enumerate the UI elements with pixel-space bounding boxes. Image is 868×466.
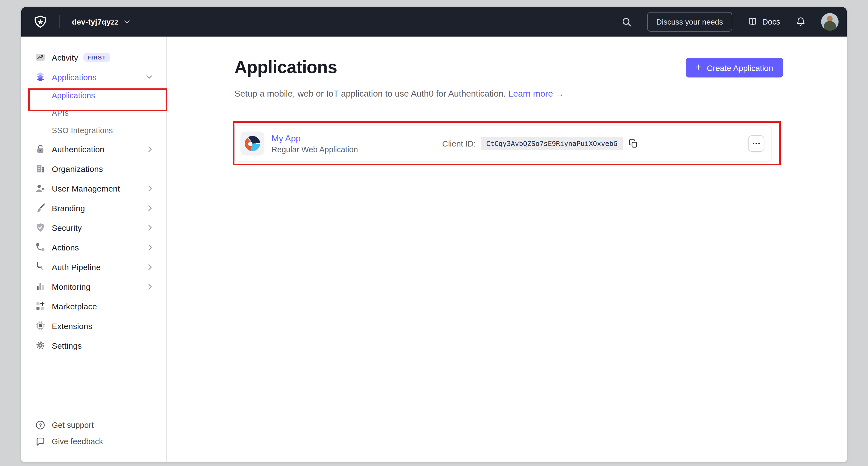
app-logo-container <box>241 132 265 155</box>
auth0-brand <box>33 14 48 29</box>
sidebar-item-label: Monitoring <box>52 282 91 291</box>
app-name-block: My App Regular Web Application <box>272 134 358 154</box>
sidebar-footer: ? Get support Give feedback <box>21 417 166 462</box>
sidebar-item-label: Branding <box>52 203 85 212</box>
sidebar-item-label: Marketplace <box>52 301 97 311</box>
sidebar-item-label: Security <box>52 223 82 232</box>
client-id-group: Client ID: CtCqy3AvbQZSo7sE9RiynaPuiXOxv… <box>442 137 638 150</box>
pipeline-icon <box>35 262 45 272</box>
chevron-right-icon <box>148 205 152 211</box>
app-logo-icon <box>245 136 260 151</box>
sidebar-item-label: User Management <box>52 184 120 193</box>
sidebar-item-label: Auth Pipeline <box>52 262 101 271</box>
sidebar-item-label: Authentication <box>52 144 104 154</box>
bell-icon <box>796 17 806 27</box>
chevron-right-icon <box>148 264 152 270</box>
lock-icon <box>35 144 45 154</box>
topbar: dev-tyj7qyzz Discuss your needs Docs <box>21 7 847 36</box>
client-id-value[interactable]: CtCqy3AvbQZSo7sE9RiynaPuiXOxvebG <box>480 137 623 150</box>
chevron-down-icon <box>146 75 152 79</box>
blocks-plus-icon <box>35 301 45 311</box>
arrow-right-icon: → <box>555 89 564 98</box>
sidebar-item-label: Organizations <box>52 164 103 173</box>
notifications-button[interactable] <box>796 17 806 27</box>
topbar-actions: Discuss your needs Docs <box>622 12 839 32</box>
app-type-label: Regular Web Application <box>272 145 358 154</box>
sidebar-item-actions[interactable]: Actions <box>21 237 166 257</box>
svg-text:?: ? <box>39 423 42 428</box>
sidebar-item-auth-pipeline[interactable]: Auth Pipeline <box>21 257 166 276</box>
tenant-switcher[interactable]: dev-tyj7qyzz <box>72 18 129 26</box>
sidebar-item-label: Extensions <box>52 321 92 330</box>
user-avatar[interactable] <box>821 13 839 31</box>
page-subtitle: Setup a mobile, web or IoT application t… <box>235 88 783 99</box>
sidebar-item-extensions[interactable]: Extensions <box>21 316 166 336</box>
sidebar-item-label: Actions <box>52 242 79 252</box>
search-icon <box>622 17 632 27</box>
sidebar: Activity FIRST Applications Applications <box>21 36 167 462</box>
sidebar-item-label: Activity <box>52 53 78 62</box>
bar-chart-icon <box>35 282 45 291</box>
plus-icon: + <box>695 62 701 72</box>
sidebar-item-authentication[interactable]: Authentication <box>21 139 166 159</box>
sidebar-item-apis[interactable]: APIs <box>21 104 166 122</box>
tenant-name: dev-tyj7qyzz <box>72 18 119 26</box>
sidebar-item-activity[interactable]: Activity FIRST <box>21 48 166 67</box>
docs-button[interactable]: Docs <box>747 17 780 27</box>
sidebar-item-label: Get support <box>52 421 94 430</box>
client-id-label: Client ID: <box>442 139 476 148</box>
sidebar-item-settings[interactable]: Settings <box>21 336 166 355</box>
docs-label: Docs <box>762 18 780 26</box>
screen: dev-tyj7qyzz Discuss your needs Docs <box>0 0 868 466</box>
sidebar-item-applications[interactable]: Applications <box>21 87 166 104</box>
app-menu-button[interactable]: ••• <box>748 135 765 152</box>
sidebar-item-security[interactable]: Security <box>21 218 166 237</box>
user-gear-icon <box>35 183 45 193</box>
app-window: dev-tyj7qyzz Discuss your needs Docs <box>21 7 847 462</box>
sidebar-item-label: Give feedback <box>52 437 103 446</box>
speech-bubble-icon <box>35 437 45 446</box>
chevron-right-icon <box>148 225 152 231</box>
activity-icon <box>35 52 45 62</box>
create-application-button[interactable]: + Create Application <box>686 58 783 78</box>
first-badge: FIRST <box>84 53 110 62</box>
sidebar-item-sso-integrations[interactable]: SSO Integrations <box>21 122 166 139</box>
copy-client-id-button[interactable] <box>628 139 638 148</box>
docs-book-icon <box>747 17 758 27</box>
auth0-logo-icon <box>33 14 48 29</box>
chip-icon <box>35 321 45 331</box>
sidebar-item-monitoring[interactable]: Monitoring <box>21 276 166 296</box>
help-circle-icon: ? <box>35 420 45 430</box>
sidebar-item-marketplace[interactable]: Marketplace <box>21 296 166 316</box>
search-button[interactable] <box>622 17 632 27</box>
sidebar-item-label: Applications <box>52 91 95 100</box>
give-feedback-link[interactable]: Give feedback <box>21 433 166 449</box>
app-name-link[interactable]: My App <box>272 134 358 143</box>
paintbrush-icon <box>35 203 45 213</box>
main-content: Applications + Create Application Setup … <box>167 36 847 462</box>
sidebar-item-label: APIs <box>52 109 69 117</box>
sidebar-item-branding[interactable]: Branding <box>21 198 166 218</box>
subtitle-text: Setup a mobile, web or IoT application t… <box>235 89 506 98</box>
page-title: Applications <box>235 57 337 78</box>
topbar-divider <box>59 15 60 28</box>
sidebar-item-user-management[interactable]: User Management <box>21 178 166 198</box>
create-application-label: Create Application <box>707 63 773 72</box>
sidebar-item-applications-group[interactable]: Applications <box>21 67 166 87</box>
chevron-right-icon <box>148 185 152 191</box>
sidebar-item-organizations[interactable]: Organizations <box>21 159 166 178</box>
chevron-right-icon <box>148 146 152 152</box>
application-card[interactable]: My App Regular Web Application Client ID… <box>235 125 772 162</box>
discuss-your-needs-button[interactable]: Discuss your needs <box>647 12 732 32</box>
copy-icon <box>628 139 638 148</box>
sidebar-item-label: SSO Integrations <box>52 126 113 135</box>
ellipsis-icon: ••• <box>752 141 761 146</box>
learn-more-link[interactable]: Learn more <box>508 89 553 98</box>
get-support-link[interactable]: ? Get support <box>21 417 166 433</box>
chevron-right-icon <box>148 244 152 250</box>
building-icon <box>35 164 45 174</box>
sidebar-item-label: Settings <box>52 341 82 350</box>
gear-icon <box>35 341 45 350</box>
chevron-right-icon <box>148 284 152 289</box>
flow-icon <box>35 242 45 252</box>
